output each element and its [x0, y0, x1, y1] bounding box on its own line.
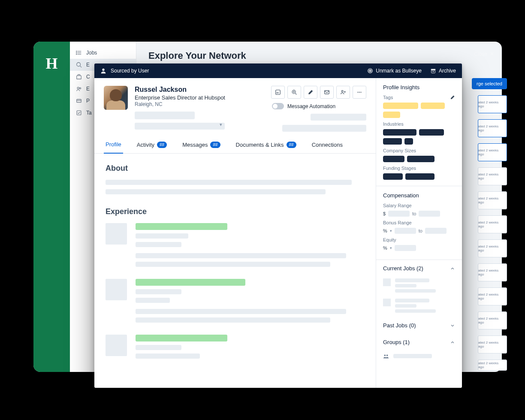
bg-card[interactable]: ated 2 weeks ago	[478, 167, 507, 185]
archive-icon	[430, 68, 436, 74]
target-icon	[367, 68, 373, 74]
experience-section: Experience	[94, 197, 376, 373]
experience-item	[106, 279, 365, 323]
job-item[interactable]	[376, 297, 462, 317]
bg-card[interactable]: ated 2 weeks ago	[478, 239, 507, 257]
tab-label: Messages	[182, 142, 208, 148]
bg-card[interactable]: ated 2 weeks ago	[478, 287, 507, 305]
bonus-min-input[interactable]	[395, 228, 416, 234]
skeleton	[136, 309, 346, 314]
bg-card[interactable]: ated 2 weeks ago	[478, 263, 507, 281]
current-jobs-collapser[interactable]: Current Jobs (2)	[376, 260, 462, 277]
experience-heading: Experience	[106, 207, 365, 216]
tab-documents[interactable]: Documents & Links##	[234, 136, 298, 153]
job-logo	[383, 278, 391, 286]
chevron-up-icon	[450, 266, 455, 271]
past-jobs-label: Past Jobs (0)	[383, 322, 416, 329]
bg-card[interactable]: ated 2 weeks ago	[478, 311, 507, 329]
industry-pill[interactable]	[383, 138, 402, 145]
funding-pill[interactable]	[383, 173, 403, 180]
group-item[interactable]	[376, 351, 462, 365]
svg-point-4	[76, 52, 77, 53]
bg-card[interactable]: ated 2 weeks ago	[478, 119, 507, 137]
bg-card-label: ated 2 weeks ago	[478, 196, 505, 204]
industry-pill[interactable]	[419, 129, 444, 136]
profile-title: Enterprise Sales Director at Hubspot	[135, 94, 225, 101]
funding-pill[interactable]	[405, 173, 434, 180]
chevron-down-icon	[450, 323, 455, 328]
nav-label: E	[86, 86, 90, 92]
skeleton	[136, 289, 181, 294]
groups-collapser[interactable]: Groups (1)	[376, 334, 462, 351]
tab-profile[interactable]: Profile	[104, 136, 123, 154]
bg-card[interactable]: ated 2 weeks ago	[478, 95, 507, 113]
message-automation-toggle[interactable]	[272, 103, 284, 109]
current-jobs-label: Current Jobs (2)	[383, 265, 423, 272]
tab-label: Documents & Links	[236, 142, 284, 148]
bg-card-label: ated 2 weeks ago	[478, 221, 505, 228]
equity-input[interactable]	[395, 245, 416, 251]
tag-pill[interactable]	[421, 103, 445, 109]
size-pill[interactable]	[407, 156, 434, 162]
salary-max-input[interactable]	[419, 211, 440, 217]
bg-card[interactable]: ated 2 weeks ago	[478, 215, 507, 233]
salary-min-input[interactable]	[388, 211, 410, 217]
skeleton	[395, 278, 429, 282]
archive-label: Archive	[439, 68, 456, 74]
profile-main: Russel Jackson Enterprise Sales Director…	[94, 78, 376, 388]
bg-card-label: ated 2 weeks ago	[478, 341, 505, 348]
svg-rect-18	[431, 69, 436, 70]
toggle-label: Message Automation	[287, 103, 335, 109]
add-person-button[interactable]	[336, 86, 350, 99]
nav-label: Ta	[86, 110, 92, 116]
close-label: Close	[474, 51, 487, 57]
tags-label: Tags	[383, 95, 393, 100]
tab-activity[interactable]: Activity##	[135, 136, 169, 153]
groups-label: Groups (1)	[383, 339, 410, 345]
bonus-max-input[interactable]	[425, 228, 447, 234]
tag-pill[interactable]	[383, 103, 418, 109]
profile-location: Raleigh, NC	[135, 101, 225, 107]
bg-card-label: ated 2 weeks ago	[478, 269, 505, 276]
pencil-icon[interactable]	[450, 95, 455, 100]
insights-heading: Profile Insights	[383, 84, 419, 91]
skeleton	[136, 262, 330, 267]
past-jobs-collapser[interactable]: Past Jobs (0)	[376, 317, 462, 334]
archive-button[interactable]: Archive	[430, 68, 456, 74]
svg-text:in: in	[277, 91, 279, 94]
tag-pill[interactable]	[383, 112, 400, 118]
skeleton-dropdown[interactable]	[135, 123, 225, 130]
industry-pill[interactable]	[404, 138, 413, 145]
bg-card[interactable]: ated 2 weeks ago	[478, 335, 507, 354]
tab-messages[interactable]: Messages##	[181, 136, 222, 153]
profile-tabs: Profile Activity## Messages## Documents …	[94, 136, 376, 154]
find-button[interactable]	[287, 86, 301, 99]
more-button[interactable]	[353, 86, 366, 99]
users-icon	[76, 86, 82, 92]
funding-label: Funding Stages	[383, 166, 455, 171]
bg-card-label: ated 2 weeks ago	[478, 361, 505, 369]
nav-item-jobs[interactable]: Jobs	[70, 47, 136, 59]
skeleton	[136, 298, 170, 303]
size-pill[interactable]	[383, 156, 404, 162]
linkedin-icon: in	[275, 89, 281, 95]
tab-label: Connections	[312, 142, 343, 148]
skeleton	[136, 242, 181, 247]
linkedin-button[interactable]: in	[271, 86, 285, 99]
experience-item	[106, 335, 365, 359]
unmark-bullseye-button[interactable]: Unmark as Bullseye	[367, 68, 422, 74]
close-button[interactable]: Close ✕	[474, 51, 494, 57]
bg-card[interactable]: ated 2 weeks ago	[478, 191, 507, 209]
svg-point-5	[76, 54, 77, 54]
tab-connections[interactable]: Connections	[310, 136, 344, 153]
bg-card[interactable]: ated 2 weeks ago	[478, 360, 507, 371]
sourced-by-label: Sourced by User	[111, 68, 149, 74]
merge-selected-button[interactable]: rge selected	[472, 78, 507, 89]
email-button[interactable]	[320, 86, 334, 99]
bg-card[interactable]: ated 2 weeks ago	[478, 143, 507, 161]
skeleton	[106, 189, 326, 194]
edit-button[interactable]	[304, 86, 317, 99]
skeleton	[136, 223, 227, 230]
job-item[interactable]	[376, 277, 462, 297]
industry-pill[interactable]	[383, 129, 416, 136]
